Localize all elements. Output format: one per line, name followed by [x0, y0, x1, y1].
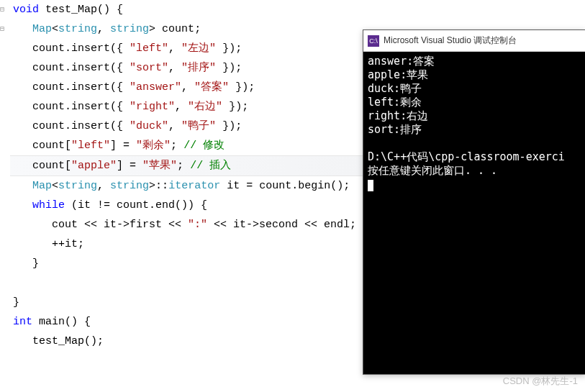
line-insert-2: count.insert({ "sort", "排序" }); [10, 58, 363, 78]
line-decl: Map<string, string> count; [10, 19, 363, 39]
line-fn-decl: void test_Map() { [10, 0, 363, 19]
line-brace-close-inner: } [10, 254, 363, 273]
line-brace-close-fn: } [10, 293, 363, 312]
console-output: answer:答案 apple:苹果 duck:鸭子 left:剩余 right… [363, 52, 585, 194]
line-set-1: count["left"] = "剩余"; // 修改 [10, 136, 363, 155]
out-prompt: 按任意键关闭此窗口. . . [368, 164, 497, 177]
code-editor[interactable]: ⊟ ⊟ void test_Map() { Map<string, string… [0, 0, 363, 392]
gutter: ⊟ ⊟ [0, 0, 10, 392]
out-line: left:剩余 [368, 96, 422, 109]
line-insert-1: count.insert({ "left", "左边" }); [10, 39, 363, 58]
line-insert-4: count.insert({ "right", "右边" }); [10, 97, 363, 117]
out-line: sort:排序 [368, 123, 422, 136]
debug-console-window[interactable]: C:\ Microsoft Visual Studio 调试控制台 answer… [363, 29, 585, 375]
watermark: CSDN @林先生-1 [503, 375, 578, 388]
line-call: test_Map(); [10, 332, 363, 351]
out-path: D:\C++代码\cpp-classroom-exerci [368, 150, 565, 163]
out-line: apple:苹果 [368, 68, 428, 81]
line-iter: Map<string, string>::iterator it = count… [10, 176, 363, 196]
out-line: duck:鸭子 [368, 82, 422, 95]
line-insert-5: count.insert({ "duck", "鸭子" }); [10, 117, 363, 136]
console-title: Microsoft Visual Studio 调试控制台 [384, 35, 517, 47]
console-icon: C:\ [368, 35, 379, 47]
line-main-decl: int main() { [10, 312, 363, 332]
line-insert-3: count.insert({ "answer", "答案" }); [10, 78, 363, 97]
out-line: answer:答案 [368, 55, 435, 68]
line-inc: ++it; [10, 234, 363, 254]
out-line: right:右边 [368, 109, 428, 122]
line-cout: cout << it->first << ":" << it->second <… [10, 215, 363, 234]
cursor-icon [368, 180, 373, 191]
console-titlebar[interactable]: C:\ Microsoft Visual Studio 调试控制台 [363, 30, 585, 52]
line-while: while (it != count.end()) { [10, 196, 363, 215]
line-set-2-current: count["apple"] = "苹果"; // 插入 [10, 155, 363, 176]
line-blank [10, 273, 363, 293]
